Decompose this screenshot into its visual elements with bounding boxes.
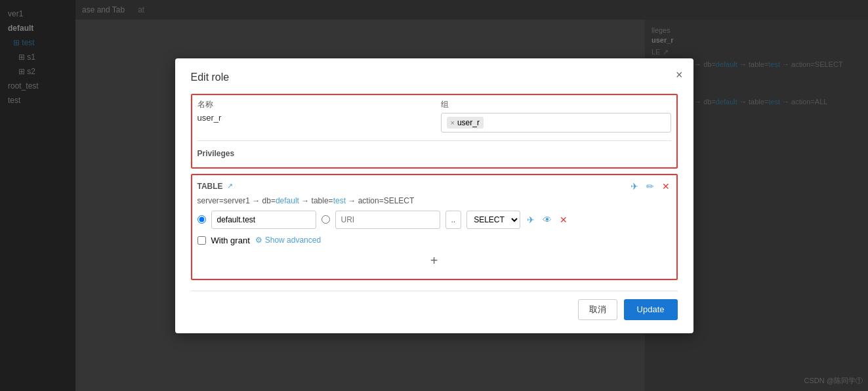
group-tag: × user_r <box>447 117 484 129</box>
privilege-detail-arrow1: → table= <box>299 196 333 205</box>
send-icon-button[interactable]: ✈ <box>629 180 640 192</box>
tag-close-icon[interactable]: × <box>451 119 455 127</box>
form-name-col: 名称 user_r <box>197 99 428 133</box>
form-name-group-row: 名称 user_r 组 × user_r <box>197 99 671 133</box>
edit-role-modal: Edit role × 名称 user_r 组 × user_r <box>175 58 693 333</box>
radio-db-group <box>197 215 206 224</box>
privilege-input-row: .. SELECT INSERT UPDATE DELETE ALL ✈ 👁 ✕ <box>197 211 671 229</box>
modal-title: Edit role <box>191 72 678 83</box>
with-grant-label: With grant <box>211 236 250 245</box>
table-header-row: TABLE ↗ ✈ ✏ ✕ <box>197 180 671 192</box>
role-name-value: user_r <box>197 113 428 123</box>
privileges-label: Privileges <box>197 149 671 158</box>
divider-1 <box>197 140 671 141</box>
row-send-icon-button[interactable]: ✈ <box>526 214 536 226</box>
radio-uri[interactable] <box>321 215 330 224</box>
privilege-detail-row: server=server1 → db=default → table=test… <box>197 196 671 205</box>
show-advanced-link[interactable]: ⚙ Show advanced <box>255 236 321 245</box>
gear-icon: ⚙ <box>255 236 262 245</box>
radio-db[interactable] <box>197 215 206 224</box>
add-privilege-button[interactable]: + <box>430 253 438 268</box>
modal-footer: 取消 Update <box>191 291 678 320</box>
row-delete-icon-button[interactable]: ✕ <box>558 214 569 226</box>
dots-button[interactable]: .. <box>445 211 462 229</box>
table-actions: ✈ ✏ ✕ <box>629 180 671 192</box>
name-label: 名称 <box>197 99 428 110</box>
modal-close-button[interactable]: × <box>676 69 683 81</box>
privilege-section: TABLE ↗ ✈ ✏ ✕ server=server1 → db=defaul… <box>191 174 678 280</box>
update-button[interactable]: Update <box>624 299 678 320</box>
privilege-detail-server: server=server1 → db= <box>197 196 276 205</box>
form-group-col: 组 × user_r <box>441 99 671 133</box>
with-grant-row: With grant ⚙ Show advanced <box>197 236 671 245</box>
table-external-link-icon[interactable]: ↗ <box>227 182 233 190</box>
tag-value: user_r <box>457 118 480 127</box>
action-select[interactable]: SELECT INSERT UPDATE DELETE ALL <box>466 211 520 229</box>
table-label: TABLE <box>197 182 223 191</box>
group-tag-input[interactable]: × user_r <box>441 113 671 133</box>
radio-uri-group <box>321 215 330 224</box>
modal-overlay: Edit role × 名称 user_r 组 × user_r <box>0 0 868 391</box>
edit-icon-button[interactable]: ✏ <box>645 180 655 192</box>
group-label: 组 <box>441 99 671 110</box>
cancel-button[interactable]: 取消 <box>578 299 617 320</box>
add-btn-row: + <box>197 253 671 268</box>
privilege-detail-table: test <box>333 196 346 205</box>
row-eye-icon-button[interactable]: 👁 <box>541 214 553 226</box>
with-grant-checkbox[interactable] <box>197 236 206 245</box>
delete-icon-button[interactable]: ✕ <box>661 180 671 192</box>
uri-input[interactable] <box>335 211 440 229</box>
show-advanced-text: Show advanced <box>265 236 321 245</box>
db-table-input[interactable] <box>211 211 316 229</box>
privilege-detail-arrow2: → action=SELECT <box>346 196 414 205</box>
privilege-detail-db: default <box>276 196 299 205</box>
name-group-section: 名称 user_r 组 × user_r Privileges <box>191 94 678 169</box>
